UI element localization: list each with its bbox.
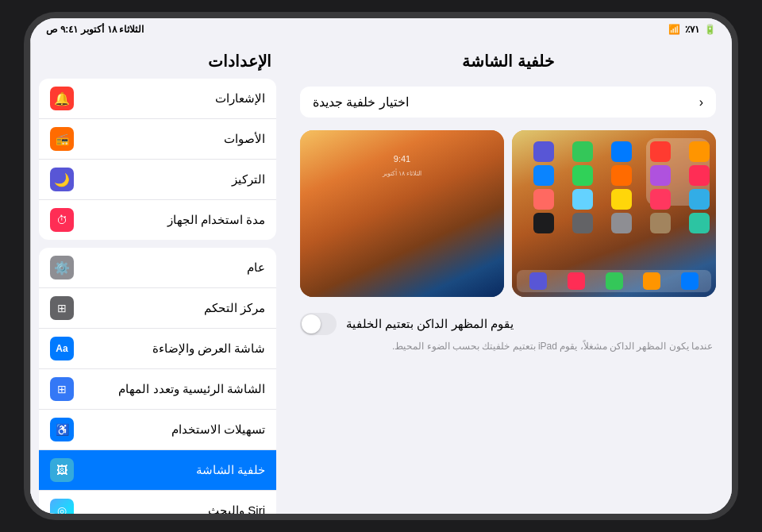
control-center-label: مركز التحكم [82, 301, 265, 315]
home-screen-sim [512, 130, 716, 297]
siri-icon: ◎ [50, 499, 74, 514]
sounds-label: الأصوات [82, 132, 265, 146]
page-title: خلفية الشاشة [300, 52, 716, 71]
date-display: الثلاثاء ١٨ أكتوبر [81, 24, 144, 35]
settings-section-2: عام ⚙️ مركز التحكم ⊞ شاشة العرض والإضاءة… [39, 248, 276, 514]
battery-level: ٧١٪ [685, 24, 699, 35]
sidebar-item-sounds[interactable]: الأصوات 📻 [39, 119, 276, 160]
back-chevron-icon[interactable]: ‹ [699, 95, 703, 110]
main-content: خلفية الشاشة ‹ اختيار خلفية جديدة [30, 40, 732, 514]
general-icon: ⚙️ [50, 256, 74, 279]
control-center-icon: ⊞ [50, 296, 74, 320]
status-right: الثلاثاء ١٨ أكتوبر ٩:٤١ ص [46, 24, 144, 35]
right-panel: الإعدادات الإشعارات 🔔 الأصوات 📻 التركيز [30, 40, 284, 514]
focus-label: التركيز [82, 172, 265, 187]
dock-bar [517, 270, 711, 292]
focus-icon: 🌙 [50, 168, 74, 191]
status-bar: 🔋 ٧١٪ 📶 الثلاثاء ١٨ أكتوبر ٩:٤١ ص [30, 18, 732, 40]
toggle-knob [302, 314, 321, 333]
toggle-label: يقوم المظهر الداكن بتعتيم الخلفية [346, 317, 514, 331]
sidebar-item-wallpaper[interactable]: خلفية الشاشة 🖼 [39, 450, 276, 491]
notifications-label: الإشعارات [82, 91, 265, 106]
display-icon: Aa [50, 337, 74, 360]
sounds-icon: 📻 [50, 127, 74, 151]
dark-mode-row: يقوم المظهر الداكن بتعتيم الخلفية [300, 313, 716, 335]
home-screen-label: الشاشة الرئيسية وتعدد المهام [82, 382, 265, 396]
wallpaper-icon: 🖼 [50, 458, 74, 482]
toggle-hint: عندما يكون المظهر الداكن مشغلاً، يقوم iP… [300, 340, 716, 353]
accessibility-label: تسهيلات الاستخدام [82, 422, 265, 437]
sidebar-item-notifications[interactable]: الإشعارات 🔔 [39, 79, 276, 119]
home-screen-icon: ⊞ [50, 377, 74, 401]
choose-label: اختيار خلفية جديدة [313, 94, 409, 110]
left-header: خلفية الشاشة [284, 40, 732, 79]
battery-icon: 🔋 [704, 24, 716, 35]
sidebar-item-siri[interactable]: Siri والبحث ◎ [39, 491, 276, 514]
dark-mode-toggle[interactable] [300, 313, 337, 335]
lock-screen-preview[interactable]: 9:41 الثلاثاء ١٨ أكتوبر [300, 130, 504, 297]
sidebar-item-accessibility[interactable]: تسهيلات الاستخدام ♿ [39, 410, 276, 450]
siri-label: Siri والبحث [82, 503, 265, 514]
sidebar-item-display[interactable]: شاشة العرض والإضاءة Aa [39, 329, 276, 369]
home-screen-preview[interactable] [512, 130, 716, 297]
settings-title: الإعدادات [44, 52, 271, 71]
screen-time-label: مدة استخدام الجهاز [82, 213, 265, 227]
home-button[interactable] [732, 246, 738, 286]
display-label: شاشة العرض والإضاءة [82, 341, 265, 356]
status-left: 🔋 ٧١٪ 📶 [668, 24, 716, 35]
wallpaper-label: خلفية الشاشة [82, 463, 265, 477]
right-header: الإعدادات [31, 40, 284, 79]
home-icons-grid [518, 141, 710, 233]
ipad-frame: 🔋 ٧١٪ 📶 الثلاثاء ١٨ أكتوبر ٩:٤١ ص خلفية … [24, 12, 738, 520]
wallpaper-previews: 9:41 الثلاثاء ١٨ أكتوبر [300, 130, 716, 297]
choose-wallpaper-bar[interactable]: ‹ اختيار خلفية جديدة [300, 87, 716, 118]
time-display: ٩:٤١ ص [46, 24, 78, 35]
screen-time-icon: ⏱ [50, 208, 74, 232]
left-body: ‹ اختيار خلفية جديدة [284, 79, 732, 514]
notifications-icon: 🔔 [50, 87, 74, 110]
sidebar-item-screen-time[interactable]: مدة استخدام الجهاز ⏱ [39, 200, 276, 240]
sidebar-item-control-center[interactable]: مركز التحكم ⊞ [39, 288, 276, 329]
settings-list: الإشعارات 🔔 الأصوات 📻 التركيز 🌙 مدة استخ… [31, 79, 284, 514]
sidebar-item-general[interactable]: عام ⚙️ [39, 248, 276, 288]
settings-section-1: الإشعارات 🔔 الأصوات 📻 التركيز 🌙 مدة استخ… [39, 79, 276, 240]
accessibility-icon: ♿ [50, 418, 74, 441]
general-label: عام [82, 260, 265, 275]
left-panel: خلفية الشاشة ‹ اختيار خلفية جديدة [284, 40, 732, 514]
wifi-icon: 📶 [668, 24, 680, 35]
sidebar-item-focus[interactable]: التركيز 🌙 [39, 160, 276, 200]
sidebar-item-home-screen[interactable]: الشاشة الرئيسية وتعدد المهام ⊞ [39, 369, 276, 410]
